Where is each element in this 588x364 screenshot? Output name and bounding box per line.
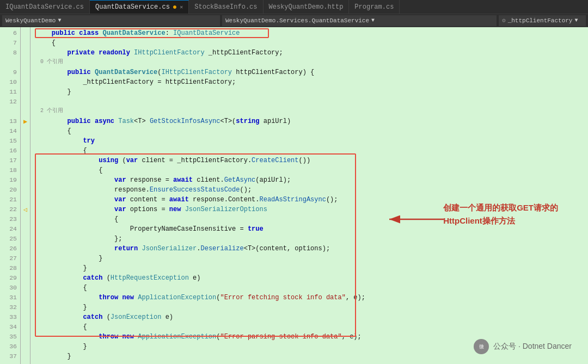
code-line: {	[36, 165, 588, 175]
code-token: HttpRequestException	[111, 273, 189, 283]
tab-stockbaseinfo[interactable]: StockBaseInfo.cs	[189, 0, 263, 14]
code-token: IHttpClientFactory	[134, 48, 205, 58]
gutter-icon	[21, 361, 30, 364]
tab-label-quantdataservice: QuantDataService.cs	[95, 3, 170, 11]
code-line	[36, 361, 588, 364]
code-token: :	[166, 28, 173, 38]
gutter-icon	[21, 48, 30, 58]
line-number: 27	[0, 254, 17, 263]
code-token: "Error fetching stock info data"	[220, 293, 345, 303]
code-line: var response = await client.GetAsync(api…	[36, 175, 588, 185]
line-number: 11	[0, 87, 17, 97]
toolbar-namespace-dropdown[interactable]: WeskyQuantDemo.Services.QuantDataService…	[222, 15, 497, 26]
code-token: catch	[83, 312, 102, 322]
line-number: 36	[0, 342, 17, 351]
code-token: {	[114, 214, 118, 224]
toolbar-namespace-label: WeskyQuantDemo.Services.QuantDataService	[225, 17, 369, 24]
line-number	[0, 58, 17, 67]
code-token: string	[236, 116, 259, 126]
code-token: apiUrl)	[260, 116, 291, 126]
ref-comment: 0 个引用	[40, 58, 63, 66]
gutter-icon	[21, 342, 30, 351]
tab-close-quantdataservice[interactable]: ✕	[180, 4, 183, 10]
code-token: JsonException	[111, 312, 162, 322]
gutter-icon	[21, 303, 30, 312]
gutter-icon	[21, 136, 30, 146]
gutter-icon	[21, 351, 30, 361]
code-token: {	[83, 146, 87, 156]
gutter-icon	[21, 97, 30, 107]
code-token: new	[122, 332, 138, 342]
code-content[interactable]: public class QuantDataService: IQuantDat…	[30, 27, 588, 364]
line-number: 8	[0, 48, 17, 58]
gutter-icon	[21, 77, 30, 87]
code-line: try	[36, 136, 588, 146]
code-token: {	[68, 126, 71, 136]
code-token: JsonSerializer	[142, 244, 197, 254]
code-token: private	[68, 48, 99, 58]
code-line: public QuantDataService(IHttpClientFacto…	[36, 67, 588, 77]
tab-program[interactable]: Program.cs	[349, 0, 400, 14]
code-token: response =	[126, 175, 173, 185]
tab-iquantdataservice[interactable]: IQuantDataService.cs	[0, 0, 90, 14]
toolbar-member-box[interactable]: ⚙ _httpClientFactory ▼	[499, 15, 586, 26]
gutter-icon	[21, 322, 30, 332]
code-token: var	[114, 175, 126, 185]
line-number: 12	[0, 97, 17, 107]
code-token: catch	[83, 273, 102, 283]
toolbar-right-wrapper: WeskyQuantDemo.Services.QuantDataService…	[222, 15, 586, 26]
code-token: ReadAsStringAsync	[260, 195, 326, 205]
gutter-icon	[21, 234, 30, 244]
code-line: _httpClientFactory = httpClientFactory;	[36, 77, 588, 87]
gutter-icon	[21, 293, 30, 303]
code-token: ())	[299, 156, 311, 165]
tab-label-stockbaseinfo: StockBaseInfo.cs	[194, 3, 257, 11]
code-token: PropertyNameCaseInsensitive =	[130, 224, 248, 234]
tab-weskyquantdemo-http[interactable]: WeskyQuantDemo.http	[264, 0, 350, 14]
watermark-icon: 微	[474, 339, 489, 354]
line-number: 21	[0, 195, 17, 205]
code-token: httpClientFactory) {	[232, 67, 314, 77]
line-number: 18	[0, 165, 17, 175]
code-token: (	[216, 332, 220, 342]
code-token: response.	[114, 185, 150, 195]
code-line: public async Task<T> GetStockInfosAsync<…	[36, 116, 588, 126]
code-token: QuantDataService	[95, 67, 157, 77]
tab-quantdataservice[interactable]: QuantDataService.cs ● ✕	[90, 0, 189, 14]
code-token: client = _httpClientFactory.	[138, 156, 252, 165]
member-icon: ⚙	[502, 17, 506, 24]
code-line: {	[36, 322, 588, 332]
line-number: 13	[0, 116, 17, 126]
code-token: <T>(	[220, 116, 236, 126]
gutter-icon	[21, 254, 30, 263]
gutter-icon	[21, 67, 30, 77]
code-token: _httpClientFactory;	[205, 48, 283, 58]
gutter-icon	[21, 185, 30, 195]
code-token: e)	[189, 273, 201, 283]
gutter-icon	[21, 58, 30, 67]
line-number: 16	[0, 146, 17, 156]
gutter-icon	[21, 263, 30, 273]
line-number: 29	[0, 273, 17, 283]
code-token: }	[68, 351, 71, 361]
code-token: }	[68, 87, 71, 97]
code-token: <T>	[134, 116, 150, 126]
toolbar-project-dropdown[interactable]: WeskyQuantDemo ▼	[2, 15, 220, 26]
code-token: await	[169, 195, 189, 205]
line-numbers: 6789101112131415161718192021222324252627…	[0, 27, 21, 364]
gutter-icon	[21, 165, 30, 175]
code-token: readonly	[99, 48, 134, 58]
code-token: , e);	[346, 293, 365, 303]
gutter-icon	[21, 244, 30, 254]
code-token: (apiUrl);	[255, 175, 291, 185]
code-token: , e);	[342, 332, 362, 342]
gutter-icon	[21, 107, 30, 116]
code-token: (	[122, 156, 126, 165]
code-token: e)	[161, 312, 173, 322]
code-token: try	[83, 136, 95, 146]
code-token: }	[99, 254, 102, 263]
code-token: ApplicationException	[138, 332, 216, 342]
code-token: using	[99, 156, 122, 165]
line-number: 38	[0, 361, 17, 364]
code-token: IQuantDataService	[173, 28, 240, 38]
